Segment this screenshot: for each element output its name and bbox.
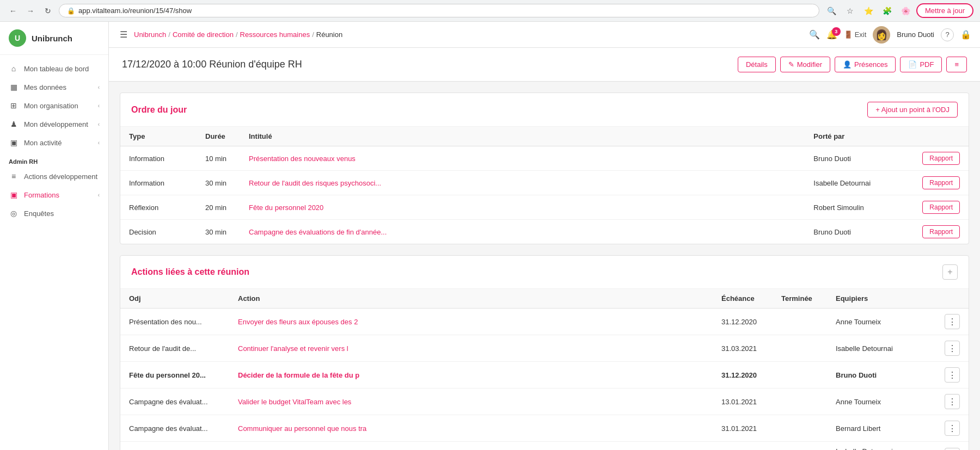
dev-icon: ♟	[9, 120, 19, 128]
cell-equipiers: Anne Tourneix	[827, 309, 936, 335]
cell-odj: Campagne des évaluat...	[120, 442, 229, 451]
sidebar-item-label: Mon développement	[24, 120, 93, 128]
sidebar-item-developpement[interactable]: ♟ Mon développement ‹	[0, 115, 108, 133]
search-button[interactable]: 🔍	[809, 29, 820, 40]
sidebar-item-label: Enquêtes	[24, 209, 100, 218]
exit-button[interactable]: 🚪 Exit	[844, 30, 867, 39]
presences-button[interactable]: 👤 Présences	[835, 57, 896, 72]
notification-button[interactable]: 🔔 3	[826, 29, 837, 40]
sidebar-item-organisation[interactable]: ⊞ Mon organisation ‹	[0, 96, 108, 115]
more-button[interactable]: ≡	[946, 57, 967, 72]
cell-type: Réflexion	[120, 195, 197, 220]
odj-table: Type Durée Intitulé Porté par Informatio…	[120, 127, 969, 244]
cell-action[interactable]: Organiser des sessions de formations	[229, 442, 713, 451]
actions-table-header: Odj Action Échéance Terminée Equipiers	[120, 289, 969, 309]
sidebar-item-donnees[interactable]: ▦ Mes données ‹	[0, 78, 108, 96]
table-row: Retour de l'audit de... Continuer l'anal…	[120, 335, 969, 362]
search-browser-btn[interactable]: 🔍	[824, 3, 839, 19]
th-porte: Porté par	[805, 127, 914, 146]
forward-button[interactable]: →	[24, 4, 37, 17]
rapport-button[interactable]: Rapport	[922, 176, 960, 189]
exit-icon: 🚪	[844, 30, 853, 39]
table-row: Information 30 min Retour de l'audit des…	[120, 171, 969, 195]
sidebar-item-formations[interactable]: ▣ Formations ‹	[0, 186, 108, 204]
table-row: Information 10 min Présentation des nouv…	[120, 146, 969, 171]
cell-duree: 30 min	[197, 220, 240, 244]
notification-badge: 3	[832, 27, 841, 36]
cell-odj: Fête du personnel 20...	[120, 362, 229, 389]
sidebar-item-enquetes[interactable]: ◎ Enquêtes	[0, 204, 108, 223]
rapport-button[interactable]: Rapport	[922, 152, 960, 165]
cell-action[interactable]: Communiquer au personnel que nous tra	[229, 415, 713, 442]
table-row: Campagne des évaluat... Valider le budge…	[120, 389, 969, 415]
cell-odj: Présentation des nou...	[120, 309, 229, 335]
sidebar-item-actions[interactable]: ≡ Actions développement	[0, 167, 108, 186]
help-button[interactable]: ?	[941, 28, 954, 41]
cell-intitule[interactable]: Présentation des nouveaux venus	[240, 146, 805, 171]
cell-action[interactable]: Continuer l'analyse et revenir vers l	[229, 335, 713, 362]
cell-action[interactable]: Envoyer des fleurs aux épouses des 2	[229, 309, 713, 335]
modifier-button[interactable]: ✎ Modifier	[780, 57, 830, 72]
breadcrumb-current: Réunion	[316, 30, 342, 39]
cell-echeance: 31.03.2021	[713, 335, 773, 362]
star-btn[interactable]: ⭐	[861, 3, 876, 19]
table-row: Fête du personnel 20... Décider de la fo…	[120, 362, 969, 389]
cell-duree: 10 min	[197, 146, 240, 171]
cell-type: Information	[120, 171, 197, 195]
row-menu-button[interactable]: ⋮	[945, 341, 960, 356]
actions-table-body: Présentation des nou... Envoyer des fleu…	[120, 309, 969, 451]
breadcrumb-comite[interactable]: Comité de direction	[173, 30, 234, 39]
sidebar-nav: ⌂ Mon tableau de bord ▦ Mes données ‹ ⊞ …	[0, 55, 108, 450]
breadcrumb-rh[interactable]: Ressources humaines	[240, 30, 310, 39]
th-odj: Odj	[120, 289, 229, 309]
breadcrumb-unibrunch[interactable]: Unibrunch	[134, 30, 166, 39]
actions-title: Actions liées à cette réunion	[131, 267, 249, 277]
add-action-button[interactable]: +	[942, 264, 958, 280]
cell-action[interactable]: Décider de la formule de la fête du p	[229, 362, 713, 389]
row-menu-button[interactable]: ⋮	[945, 421, 960, 436]
browser-chrome: ← → ↻ 🔒 app.vitalteam.io/reunion/15/47/s…	[0, 0, 980, 22]
sidebar-item-tableau[interactable]: ⌂ Mon tableau de bord	[0, 59, 108, 78]
chevron-icon: ‹	[98, 84, 100, 90]
th-type: Type	[120, 127, 197, 146]
cell-porte: Bruno Duoti	[805, 220, 914, 244]
hamburger-button[interactable]: ☰	[118, 27, 130, 42]
cell-terminee	[773, 389, 827, 415]
cell-intitule[interactable]: Fête du personnel 2020	[240, 195, 805, 220]
cell-intitule[interactable]: Retour de l'audit des risques psychosoci…	[240, 171, 805, 195]
refresh-button[interactable]: ↻	[41, 4, 54, 17]
cell-intitule[interactable]: Campagne des évaluations de fin d'année.…	[240, 220, 805, 244]
table-row: Decision 30 min Campagne des évaluations…	[120, 220, 969, 244]
add-odj-button[interactable]: + Ajout un point à l'ODJ	[867, 102, 958, 118]
row-menu-button[interactable]: ⋮	[945, 367, 960, 383]
details-button[interactable]: Détails	[738, 57, 776, 72]
cell-equipiers: Bernard Libert	[827, 415, 936, 442]
row-menu-button[interactable]: ⋮	[945, 314, 960, 329]
org-icon: ⊞	[9, 101, 19, 110]
actions-table: Odj Action Échéance Terminée Equipiers P…	[120, 289, 969, 450]
rapport-button[interactable]: Rapport	[922, 225, 960, 238]
row-menu-button[interactable]: ⋮	[945, 394, 960, 409]
sidebar-item-activite[interactable]: ▣ Mon activité ‹	[0, 133, 108, 152]
cell-action[interactable]: Valider le budget VitalTeam avec les	[229, 389, 713, 415]
cell-equipiers: Isabelle Detournai	[827, 335, 936, 362]
pdf-button[interactable]: 📄 PDF	[900, 57, 942, 72]
cell-porte: Isabelle Detournai	[805, 171, 914, 195]
row-menu-button[interactable]: ⋮	[945, 448, 960, 450]
lock-button[interactable]: 🔒	[960, 29, 971, 40]
rapport-button[interactable]: Rapport	[922, 201, 960, 214]
mettre-a-jour-button[interactable]: Mettre à jour	[916, 3, 973, 18]
logo-text: Unibrunch	[32, 34, 72, 43]
bookmark-btn[interactable]: ☆	[842, 3, 857, 19]
cell-type: Information	[120, 146, 197, 171]
sidebar-item-label: Mon tableau de bord	[24, 65, 100, 73]
ordre-du-jour-card: Ordre du jour + Ajout un point à l'ODJ T…	[120, 93, 969, 244]
user-name: Bruno Duoti	[897, 30, 934, 39]
cell-terminee	[773, 309, 827, 335]
profile-btn[interactable]: 🌸	[898, 3, 913, 19]
extensions-btn[interactable]: 🧩	[879, 3, 895, 19]
back-button[interactable]: ←	[7, 4, 20, 17]
chevron-icon: ‹	[98, 103, 100, 109]
exit-label: Exit	[855, 30, 867, 39]
cell-echeance: 31.12.2020	[713, 309, 773, 335]
